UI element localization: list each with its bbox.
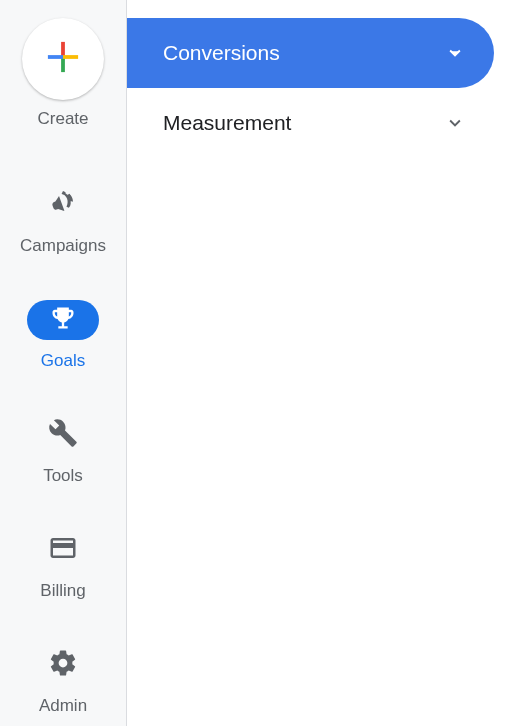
main-panel: Conversions Measurement bbox=[127, 0, 522, 726]
sidebar-item-label: Admin bbox=[39, 696, 87, 716]
create-label: Create bbox=[37, 109, 88, 129]
trophy-icon bbox=[49, 304, 77, 336]
svg-rect-3 bbox=[63, 55, 78, 59]
svg-rect-1 bbox=[61, 57, 65, 72]
sidebar: Create Campaigns Goals bbox=[0, 0, 127, 726]
chevron-down-icon bbox=[444, 42, 466, 64]
create-button[interactable] bbox=[22, 18, 104, 100]
sidebar-item-label: Goals bbox=[41, 351, 85, 371]
svg-rect-0 bbox=[61, 42, 65, 57]
chevron-down-icon bbox=[444, 112, 466, 134]
sidebar-item-billing[interactable]: Billing bbox=[27, 530, 99, 601]
sidebar-item-campaigns[interactable]: Campaigns bbox=[20, 185, 106, 256]
gear-icon bbox=[48, 648, 78, 682]
credit-card-icon bbox=[48, 533, 78, 567]
sidebar-item-goals[interactable]: Goals bbox=[27, 300, 99, 371]
sidebar-item-label: Billing bbox=[40, 581, 85, 601]
sidebar-item-label: Campaigns bbox=[20, 236, 106, 256]
sidebar-item-admin[interactable]: Admin bbox=[27, 645, 99, 716]
megaphone-icon bbox=[47, 187, 79, 223]
tools-icon bbox=[48, 418, 78, 452]
menu-item-measurement[interactable]: Measurement bbox=[127, 88, 494, 158]
svg-rect-2 bbox=[48, 55, 63, 59]
menu-item-label: Measurement bbox=[163, 111, 291, 135]
plus-icon bbox=[46, 40, 80, 78]
menu-item-label: Conversions bbox=[163, 41, 280, 65]
sidebar-item-label: Tools bbox=[43, 466, 83, 486]
menu-item-conversions[interactable]: Conversions bbox=[127, 18, 494, 88]
sidebar-item-tools[interactable]: Tools bbox=[27, 415, 99, 486]
